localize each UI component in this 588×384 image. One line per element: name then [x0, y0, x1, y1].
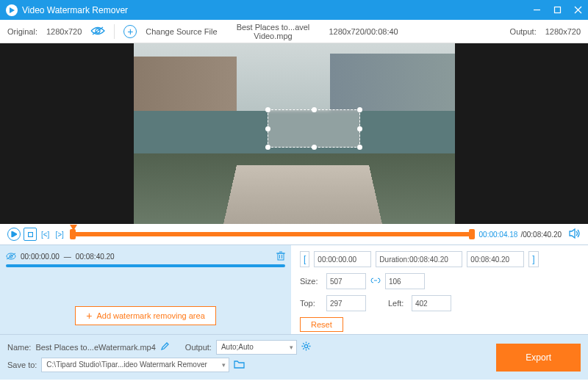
resize-handle[interactable]: [357, 145, 362, 150]
delete-segment-icon[interactable]: [276, 251, 285, 262]
resize-handle[interactable]: [312, 145, 317, 150]
titlebar: Video Watermark Remover: [0, 0, 588, 20]
range-start-input[interactable]: 00:00:00.00▴▾: [314, 251, 371, 267]
step-back-button[interactable]: [<]: [41, 231, 49, 239]
watermark-icon: [6, 252, 16, 262]
segment-sep: —: [64, 253, 71, 261]
range-start-handle[interactable]: [70, 229, 76, 239]
app-logo-icon: [6, 4, 18, 16]
duration-input[interactable]: Duration:00:08:40.20▴▾: [376, 251, 462, 267]
timeline-track[interactable]: [71, 232, 473, 236]
edit-name-icon[interactable]: [160, 342, 169, 352]
left-label: Left:: [388, 299, 407, 308]
range-end-input[interactable]: 00:08:40.20▴▾: [467, 251, 524, 267]
change-source-button[interactable]: Change Source File: [146, 27, 217, 36]
svg-marker-9: [570, 229, 575, 238]
resize-handle[interactable]: [265, 145, 270, 150]
stop-button[interactable]: [24, 228, 37, 241]
open-folder-icon[interactable]: [234, 360, 245, 370]
svg-marker-0: [10, 7, 15, 13]
output-resolution: 1280x720: [545, 27, 581, 36]
top-input[interactable]: 297▴▾: [326, 295, 366, 311]
timeline: [<] [>] 00:00:04.18/00:08:40.20: [0, 224, 588, 244]
volume-icon[interactable]: [569, 228, 581, 240]
resize-handle[interactable]: [265, 126, 270, 131]
output-settings-icon[interactable]: [301, 341, 311, 352]
video-frame[interactable]: [134, 43, 455, 224]
svg-rect-13: [278, 253, 284, 260]
resize-handle[interactable]: [357, 126, 362, 131]
link-aspect-icon[interactable]: [370, 276, 381, 286]
file-meta: 1280x720/00:08:40: [329, 27, 398, 36]
reset-button[interactable]: Reset: [300, 317, 343, 332]
resize-handle[interactable]: [357, 107, 362, 112]
params-panel: [ 00:00:00.00▴▾ Duration:00:08:40.20▴▾ 0…: [291, 245, 588, 334]
maximize-button[interactable]: [547, 0, 567, 20]
watermark-selection[interactable]: [268, 109, 360, 148]
add-source-icon[interactable]: +: [123, 25, 137, 38]
close-button[interactable]: [567, 0, 588, 20]
svg-point-18: [304, 344, 307, 347]
app-title: Video Watermark Remover: [22, 5, 526, 15]
original-resolution: 1280x720: [46, 27, 82, 36]
left-input[interactable]: 402▴▾: [412, 295, 451, 311]
current-filename: Best Places to...avel Video.mpg: [226, 23, 320, 40]
size-height-input[interactable]: 106▴▾: [385, 273, 425, 289]
current-time: 00:00:04.18: [479, 231, 518, 239]
output-fmt-label: Output:: [185, 343, 212, 352]
svg-rect-2: [554, 7, 560, 13]
bottom-bar: Name: Best Places to...eWatermark.mp4 Ou…: [0, 334, 588, 380]
step-fwd-button[interactable]: [>]: [55, 231, 63, 239]
svg-rect-8: [28, 232, 32, 236]
resize-handle[interactable]: [265, 107, 270, 112]
video-preview: [0, 43, 588, 224]
save-to-label: Save to:: [7, 361, 37, 369]
segment-start: 00:00:00.00: [21, 253, 60, 261]
range-end-handle[interactable]: [469, 229, 475, 239]
segment-end: 00:08:40.20: [76, 253, 115, 261]
output-name: Best Places to...eWatermark.mp4: [35, 343, 155, 352]
preview-toggle-icon[interactable]: [90, 26, 105, 37]
original-label: Original:: [7, 27, 37, 36]
bracket-right-icon[interactable]: ]: [528, 251, 538, 267]
segment-panel: 00:00:00.00 — 00:08:40.20 +Add watermark…: [0, 245, 291, 334]
play-button[interactable]: [7, 228, 21, 241]
output-format-select[interactable]: Auto;Auto: [216, 340, 297, 355]
resize-handle[interactable]: [312, 107, 317, 112]
toolbar: Original: 1280x720 + Change Source File …: [0, 20, 588, 43]
add-area-button[interactable]: +Add watermark removing area: [75, 306, 216, 325]
name-label: Name:: [7, 343, 31, 352]
size-label: Size:: [300, 277, 322, 286]
size-width-input[interactable]: 507▴▾: [326, 273, 366, 289]
export-button[interactable]: Export: [496, 344, 581, 372]
minimize-button[interactable]: [526, 0, 547, 20]
svg-marker-7: [12, 231, 17, 237]
save-path-select[interactable]: C:\Tipard Studio\Tipar...ideo Watermark …: [41, 358, 229, 372]
top-label: Top:: [300, 299, 322, 308]
output-label: Output:: [510, 27, 537, 36]
bracket-left-icon[interactable]: [: [300, 251, 309, 267]
total-time: /00:08:40.20: [520, 231, 562, 239]
